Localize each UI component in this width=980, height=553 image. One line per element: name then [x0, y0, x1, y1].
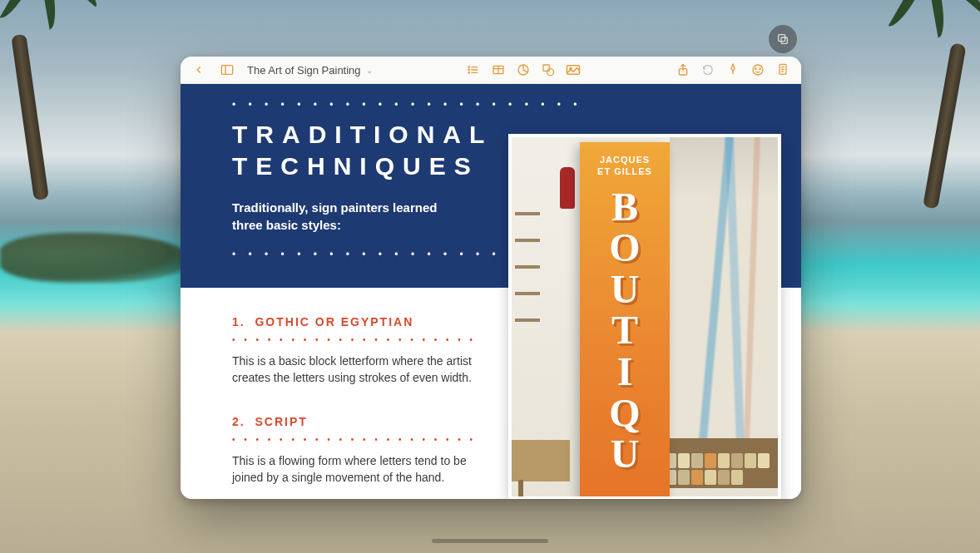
technique-title: 2. SCRIPT [232, 415, 482, 428]
toolbar: The Art of Sign Painting ⌄ [181, 57, 801, 84]
sign-header-line2: ET GILLES [580, 165, 670, 177]
format-paintbrush-button[interactable] [721, 59, 745, 81]
list-view-button[interactable] [462, 59, 485, 81]
chevron-down-icon: ⌄ [366, 66, 373, 75]
undo-button[interactable] [696, 59, 720, 81]
svg-rect-2 [221, 66, 232, 75]
svg-rect-16 [567, 66, 580, 75]
animate-button[interactable] [746, 59, 770, 81]
technique-name: GOTHIC OR EGYPTIAN [255, 315, 413, 328]
decorative-dots: • • • • • • • • • • • • • • • • • • • • … [232, 335, 482, 344]
sign-letter: T [611, 311, 638, 349]
svg-point-15 [547, 69, 554, 76]
svg-point-20 [755, 68, 756, 69]
sign-header: JACQUES ET GILLES [580, 142, 670, 178]
heading-line-1: TRADITIONAL [232, 119, 492, 151]
sign-letter: U [611, 270, 640, 309]
document-options-button[interactable] [771, 59, 794, 81]
wallpaper-island [0, 233, 191, 283]
technique-title: 1. GOTHIC OR EGYPTIAN [232, 315, 482, 328]
heading-line-2: TECHNIQUES [232, 151, 492, 182]
keynote-window: The Art of Sign Painting ⌄ [181, 57, 801, 499]
technique-number: 2. [232, 415, 245, 428]
technique-body: This is a flowing form where letters ten… [232, 452, 482, 486]
sign-letter: U [611, 435, 640, 473]
svg-point-9 [468, 72, 469, 73]
decorative-dotline-top: • • • • • • • • • • • • • • • • • • • • … [232, 99, 582, 111]
photo-content: JACQUES ET GILLES B O U T I Q U [512, 137, 778, 496]
slide-heading: TRADITIONAL TECHNIQUES [232, 119, 492, 181]
slide-subheading: Traditionally, sign painters learned thr… [232, 199, 465, 234]
back-button[interactable] [187, 59, 210, 81]
sign-letter: O [609, 229, 640, 267]
decorative-dots: • • • • • • • • • • • • • • • • • • • • … [232, 435, 482, 444]
slide-photo[interactable]: JACQUES ET GILLES B O U T I Q U [508, 134, 781, 499]
svg-rect-1 [781, 37, 787, 43]
svg-point-21 [760, 68, 760, 69]
sign-letters: B O U T I Q U [580, 188, 670, 473]
sign-letter: Q [609, 394, 640, 432]
wallpaper-palm-right [872, 0, 980, 208]
boutique-sign: JACQUES ET GILLES B O U T I Q U [580, 142, 670, 496]
technique-item-1: 1. GOTHIC OR EGYPTIAN • • • • • • • • • … [232, 315, 482, 387]
technique-number: 1. [232, 315, 245, 328]
media-button[interactable] [562, 59, 585, 81]
paint-cans-shelf [661, 438, 778, 488]
chart-button[interactable] [512, 59, 535, 81]
share-button[interactable] [671, 59, 695, 81]
technique-name: SCRIPT [255, 415, 307, 428]
technique-body: This is a basic block letterform where t… [232, 353, 482, 387]
technique-item-2: 2. SCRIPT • • • • • • • • • • • • • • • … [232, 415, 482, 486]
svg-point-8 [468, 69, 469, 70]
document-title[interactable]: The Art of Sign Painting ⌄ [244, 64, 376, 77]
wallpaper-palm-left [0, 0, 100, 200]
slide-canvas[interactable]: • • • • • • • • • • • • • • • • • • • • … [181, 84, 801, 499]
sign-letter: B [611, 188, 638, 226]
action-group [671, 59, 794, 81]
sidebar-toggle-button[interactable] [215, 59, 239, 81]
sign-letter: I [617, 353, 633, 391]
shape-button[interactable] [537, 59, 560, 81]
sign-header-line1: JACQUES [580, 154, 670, 165]
document-title-text: The Art of Sign Painting [247, 64, 361, 77]
insert-group [462, 59, 585, 81]
stage-manager-icon[interactable] [769, 25, 797, 53]
svg-point-19 [753, 65, 763, 75]
home-indicator[interactable] [432, 539, 548, 543]
svg-point-7 [468, 67, 469, 67]
table-button[interactable] [487, 59, 510, 81]
